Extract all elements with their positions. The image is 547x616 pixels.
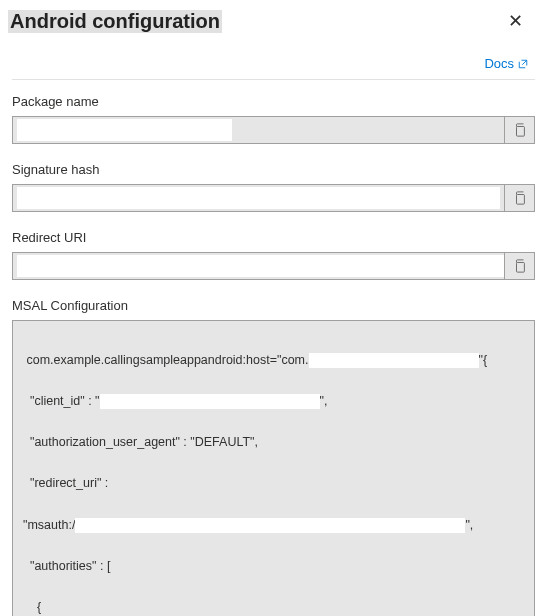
close-button[interactable]: ✕ xyxy=(500,8,531,34)
svg-rect-0 xyxy=(516,127,524,137)
package-name-value[interactable] xyxy=(13,117,504,143)
copy-icon xyxy=(513,191,527,205)
docs-link-label: Docs xyxy=(484,56,514,71)
msal-config-block[interactable]: com.example.callingsampleappandroid:host… xyxy=(12,320,535,616)
copy-signature-button[interactable] xyxy=(504,185,534,211)
copy-icon xyxy=(513,123,527,137)
close-icon: ✕ xyxy=(508,11,523,31)
docs-link[interactable]: Docs xyxy=(484,56,529,71)
copy-package-button[interactable] xyxy=(504,117,534,143)
redirect-uri-value[interactable] xyxy=(13,253,504,279)
msal-config-label: MSAL Configuration xyxy=(12,298,535,313)
svg-rect-1 xyxy=(516,195,524,205)
signature-hash-label: Signature hash xyxy=(12,162,535,177)
redacted-mask xyxy=(17,187,500,209)
page-title: Android configuration xyxy=(8,10,222,33)
copy-icon xyxy=(513,259,527,273)
signature-hash-value[interactable] xyxy=(13,185,504,211)
redirect-uri-label: Redirect URI xyxy=(12,230,535,245)
redacted-mask xyxy=(17,255,504,277)
external-link-icon xyxy=(517,58,529,70)
copy-redirect-button[interactable] xyxy=(504,253,534,279)
redacted-mask xyxy=(17,119,232,141)
svg-rect-2 xyxy=(516,263,524,273)
package-name-label: Package name xyxy=(12,94,535,109)
